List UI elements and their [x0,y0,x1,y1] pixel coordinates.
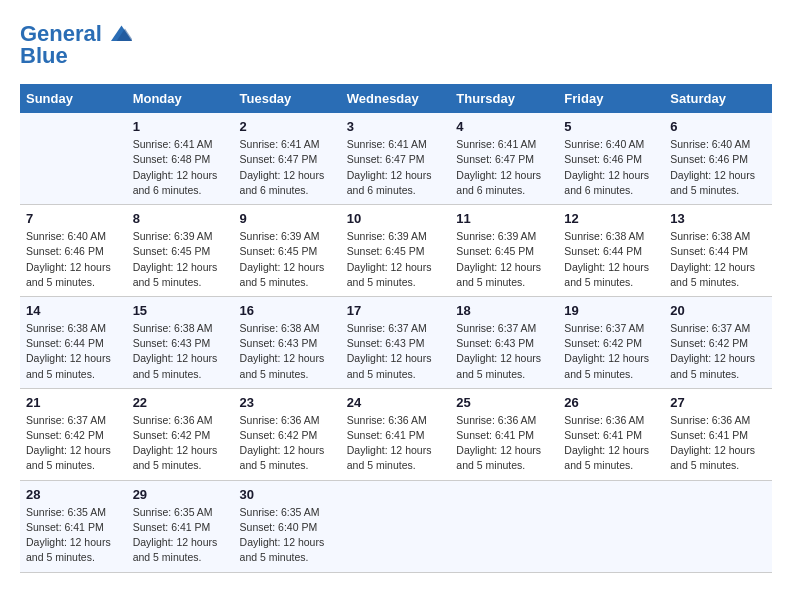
day-info: Sunrise: 6:38 AM Sunset: 6:44 PM Dayligh… [26,321,121,382]
day-cell: 18Sunrise: 6:37 AM Sunset: 6:43 PM Dayli… [450,296,558,388]
day-cell: 15Sunrise: 6:38 AM Sunset: 6:43 PM Dayli… [127,296,234,388]
day-number: 13 [670,211,766,226]
day-cell: 20Sunrise: 6:37 AM Sunset: 6:42 PM Dayli… [664,296,772,388]
day-cell: 27Sunrise: 6:36 AM Sunset: 6:41 PM Dayli… [664,388,772,480]
day-number: 3 [347,119,445,134]
day-number: 30 [240,487,335,502]
day-cell: 25Sunrise: 6:36 AM Sunset: 6:41 PM Dayli… [450,388,558,480]
day-number: 21 [26,395,121,410]
day-cell: 24Sunrise: 6:36 AM Sunset: 6:41 PM Dayli… [341,388,451,480]
day-cell: 1Sunrise: 6:41 AM Sunset: 6:48 PM Daylig… [127,113,234,204]
day-number: 6 [670,119,766,134]
day-cell: 2Sunrise: 6:41 AM Sunset: 6:47 PM Daylig… [234,113,341,204]
day-number: 19 [564,303,658,318]
day-info: Sunrise: 6:39 AM Sunset: 6:45 PM Dayligh… [347,229,445,290]
column-header-monday: Monday [127,84,234,113]
day-info: Sunrise: 6:38 AM Sunset: 6:44 PM Dayligh… [564,229,658,290]
column-header-friday: Friday [558,84,664,113]
day-info: Sunrise: 6:40 AM Sunset: 6:46 PM Dayligh… [670,137,766,198]
day-cell: 12Sunrise: 6:38 AM Sunset: 6:44 PM Dayli… [558,205,664,297]
day-cell: 29Sunrise: 6:35 AM Sunset: 6:41 PM Dayli… [127,480,234,572]
day-cell: 6Sunrise: 6:40 AM Sunset: 6:46 PM Daylig… [664,113,772,204]
day-info: Sunrise: 6:37 AM Sunset: 6:42 PM Dayligh… [670,321,766,382]
day-cell: 28Sunrise: 6:35 AM Sunset: 6:41 PM Dayli… [20,480,127,572]
column-header-tuesday: Tuesday [234,84,341,113]
day-info: Sunrise: 6:41 AM Sunset: 6:47 PM Dayligh… [347,137,445,198]
day-info: Sunrise: 6:35 AM Sunset: 6:41 PM Dayligh… [133,505,228,566]
day-cell: 3Sunrise: 6:41 AM Sunset: 6:47 PM Daylig… [341,113,451,204]
day-info: Sunrise: 6:37 AM Sunset: 6:42 PM Dayligh… [26,413,121,474]
day-info: Sunrise: 6:41 AM Sunset: 6:48 PM Dayligh… [133,137,228,198]
day-cell [450,480,558,572]
day-cell: 17Sunrise: 6:37 AM Sunset: 6:43 PM Dayli… [341,296,451,388]
day-info: Sunrise: 6:38 AM Sunset: 6:44 PM Dayligh… [670,229,766,290]
day-number: 25 [456,395,552,410]
day-info: Sunrise: 6:40 AM Sunset: 6:46 PM Dayligh… [564,137,658,198]
calendar-body: 1Sunrise: 6:41 AM Sunset: 6:48 PM Daylig… [20,113,772,572]
calendar-table: SundayMondayTuesdayWednesdayThursdayFrid… [20,84,772,572]
day-number: 28 [26,487,121,502]
day-cell [20,113,127,204]
day-number: 5 [564,119,658,134]
day-number: 29 [133,487,228,502]
column-header-sunday: Sunday [20,84,127,113]
day-number: 9 [240,211,335,226]
day-info: Sunrise: 6:38 AM Sunset: 6:43 PM Dayligh… [240,321,335,382]
day-cell: 5Sunrise: 6:40 AM Sunset: 6:46 PM Daylig… [558,113,664,204]
day-cell [664,480,772,572]
day-info: Sunrise: 6:37 AM Sunset: 6:42 PM Dayligh… [564,321,658,382]
day-info: Sunrise: 6:35 AM Sunset: 6:41 PM Dayligh… [26,505,121,566]
day-number: 2 [240,119,335,134]
day-cell: 22Sunrise: 6:36 AM Sunset: 6:42 PM Dayli… [127,388,234,480]
day-info: Sunrise: 6:36 AM Sunset: 6:41 PM Dayligh… [347,413,445,474]
day-number: 15 [133,303,228,318]
day-info: Sunrise: 6:36 AM Sunset: 6:42 PM Dayligh… [133,413,228,474]
column-header-saturday: Saturday [664,84,772,113]
day-info: Sunrise: 6:39 AM Sunset: 6:45 PM Dayligh… [456,229,552,290]
calendar-header: SundayMondayTuesdayWednesdayThursdayFrid… [20,84,772,113]
day-cell: 19Sunrise: 6:37 AM Sunset: 6:42 PM Dayli… [558,296,664,388]
day-cell: 16Sunrise: 6:38 AM Sunset: 6:43 PM Dayli… [234,296,341,388]
logo: General Blue [20,20,132,68]
day-cell [341,480,451,572]
day-number: 14 [26,303,121,318]
day-info: Sunrise: 6:36 AM Sunset: 6:42 PM Dayligh… [240,413,335,474]
day-number: 20 [670,303,766,318]
day-info: Sunrise: 6:38 AM Sunset: 6:43 PM Dayligh… [133,321,228,382]
page-header: General Blue [20,20,772,68]
column-header-wednesday: Wednesday [341,84,451,113]
day-number: 1 [133,119,228,134]
day-cell: 30Sunrise: 6:35 AM Sunset: 6:40 PM Dayli… [234,480,341,572]
day-number: 26 [564,395,658,410]
day-info: Sunrise: 6:40 AM Sunset: 6:46 PM Dayligh… [26,229,121,290]
day-info: Sunrise: 6:37 AM Sunset: 6:43 PM Dayligh… [456,321,552,382]
day-number: 18 [456,303,552,318]
day-cell: 26Sunrise: 6:36 AM Sunset: 6:41 PM Dayli… [558,388,664,480]
day-number: 23 [240,395,335,410]
day-cell: 21Sunrise: 6:37 AM Sunset: 6:42 PM Dayli… [20,388,127,480]
day-number: 16 [240,303,335,318]
logo-icon [104,20,132,48]
header-row: SundayMondayTuesdayWednesdayThursdayFrid… [20,84,772,113]
day-number: 10 [347,211,445,226]
day-number: 17 [347,303,445,318]
day-number: 22 [133,395,228,410]
day-cell: 8Sunrise: 6:39 AM Sunset: 6:45 PM Daylig… [127,205,234,297]
day-number: 27 [670,395,766,410]
day-info: Sunrise: 6:36 AM Sunset: 6:41 PM Dayligh… [456,413,552,474]
week-row-2: 7Sunrise: 6:40 AM Sunset: 6:46 PM Daylig… [20,205,772,297]
day-info: Sunrise: 6:41 AM Sunset: 6:47 PM Dayligh… [240,137,335,198]
day-info: Sunrise: 6:36 AM Sunset: 6:41 PM Dayligh… [564,413,658,474]
day-cell: 11Sunrise: 6:39 AM Sunset: 6:45 PM Dayli… [450,205,558,297]
day-number: 8 [133,211,228,226]
day-cell: 13Sunrise: 6:38 AM Sunset: 6:44 PM Dayli… [664,205,772,297]
day-number: 12 [564,211,658,226]
day-info: Sunrise: 6:39 AM Sunset: 6:45 PM Dayligh… [240,229,335,290]
day-cell: 23Sunrise: 6:36 AM Sunset: 6:42 PM Dayli… [234,388,341,480]
day-cell: 9Sunrise: 6:39 AM Sunset: 6:45 PM Daylig… [234,205,341,297]
day-number: 11 [456,211,552,226]
day-cell: 14Sunrise: 6:38 AM Sunset: 6:44 PM Dayli… [20,296,127,388]
day-info: Sunrise: 6:39 AM Sunset: 6:45 PM Dayligh… [133,229,228,290]
day-info: Sunrise: 6:35 AM Sunset: 6:40 PM Dayligh… [240,505,335,566]
day-number: 24 [347,395,445,410]
